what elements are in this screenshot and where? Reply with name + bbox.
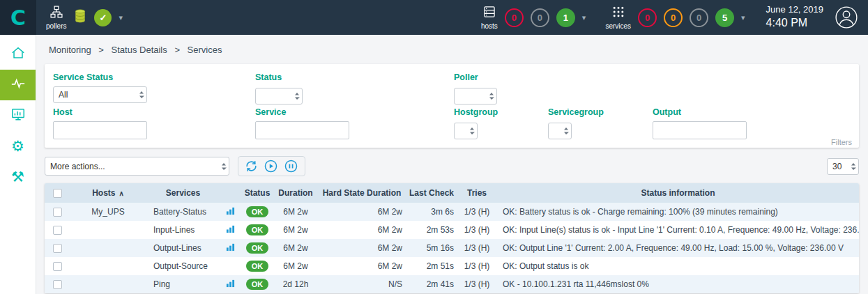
tries-cell: 1/3 (H) xyxy=(457,203,497,221)
poller-ok-status-icon: ✓ xyxy=(94,9,112,26)
service-label: Service xyxy=(255,107,454,117)
table-row: Input-Lines OK 6M 2w xyxy=(45,221,859,239)
hard-state-duration-cell: 6M 2w xyxy=(317,257,406,275)
play-button[interactable] xyxy=(264,159,278,173)
service-input[interactable] xyxy=(255,121,349,139)
column-header-status-information[interactable]: Status information xyxy=(497,183,859,203)
services-critical-counter[interactable]: 0 xyxy=(638,8,657,27)
breadcrumb-monitoring[interactable]: Monitoring xyxy=(49,45,91,55)
host-link[interactable]: My_UPS xyxy=(91,207,124,217)
select-all-checkbox[interactable] xyxy=(53,189,62,198)
breadcrumb-status-details[interactable]: Status Details xyxy=(112,45,167,55)
chevron-down-icon[interactable]: ▾ xyxy=(119,13,123,22)
page-size-value: 30 xyxy=(832,162,842,171)
poller-select[interactable] xyxy=(454,88,497,105)
select-arrows-icon xyxy=(851,162,856,171)
output-label: Output xyxy=(653,107,747,117)
pollers-label: pollers xyxy=(46,22,66,30)
date-text: June 12, 2019 xyxy=(766,4,823,16)
pollers-menu[interactable]: pollers xyxy=(46,5,66,30)
sidebar: ⚙ ⚒ xyxy=(0,35,36,294)
service-link[interactable]: Ping xyxy=(153,279,170,289)
refresh-button[interactable] xyxy=(245,160,258,173)
table-row: Output-Source OK 6M 2w xyxy=(45,257,859,275)
row-checkbox[interactable] xyxy=(53,226,62,235)
row-checkbox[interactable] xyxy=(53,262,62,271)
column-header-services[interactable]: Services xyxy=(146,183,220,203)
hosts-menu[interactable]: hosts xyxy=(481,5,498,30)
column-header-tries[interactable]: Tries xyxy=(457,183,497,203)
actions-toolbar: More actions... xyxy=(45,156,859,176)
services-unknown-counter[interactable]: 0 xyxy=(690,8,708,27)
tries-cell: 1/3 (H) xyxy=(457,257,497,275)
output-input[interactable] xyxy=(653,121,747,139)
column-header-last-check[interactable]: Last Check xyxy=(406,183,457,203)
hostgroup-select[interactable] xyxy=(454,123,478,139)
more-actions-select[interactable]: More actions... xyxy=(45,157,229,176)
select-arrows-icon xyxy=(221,162,227,171)
select-arrows-icon xyxy=(139,91,144,99)
topbar: C pollers xyxy=(0,0,868,35)
sidebar-item-reporting[interactable] xyxy=(0,100,36,131)
hosts-up-counter[interactable]: 1 xyxy=(556,8,575,27)
hosts-unreachable-counter[interactable]: 0 xyxy=(531,8,549,27)
service-link[interactable]: Battery-Status xyxy=(153,207,206,217)
select-arrows-icon xyxy=(563,127,569,135)
service-link[interactable]: Input-Lines xyxy=(153,225,195,235)
centreon-logo[interactable]: C xyxy=(0,0,36,35)
chart-board-icon xyxy=(10,107,26,125)
row-checkbox[interactable] xyxy=(53,208,62,217)
service-graph-icon[interactable] xyxy=(226,224,235,233)
check-icon: ✓ xyxy=(100,13,107,23)
services-ok-counter[interactable]: 5 xyxy=(715,8,734,27)
service-graph-icon[interactable] xyxy=(226,242,235,252)
filters-panel: Service Status All Status xyxy=(45,64,859,148)
sidebar-item-administration[interactable]: ⚒ xyxy=(0,162,36,192)
row-checkbox[interactable] xyxy=(53,244,62,253)
duration-cell: 6M 2w xyxy=(274,203,317,221)
column-header-duration[interactable]: Duration xyxy=(274,183,317,203)
select-arrows-icon xyxy=(489,92,494,100)
chevron-down-icon[interactable]: ▾ xyxy=(741,13,745,22)
column-header-hosts[interactable]: Hosts∧ xyxy=(70,183,146,203)
hostgroup-label: Hostgroup xyxy=(454,107,548,117)
pollers-icon xyxy=(50,5,63,22)
sidebar-item-home[interactable] xyxy=(0,39,36,70)
column-header-status[interactable]: Status xyxy=(241,183,274,203)
services-label: services xyxy=(605,22,631,30)
service-graph-icon[interactable] xyxy=(226,206,235,215)
services-menu[interactable]: services xyxy=(605,5,631,30)
app-window: C pollers xyxy=(0,0,868,294)
pause-button[interactable] xyxy=(284,159,298,173)
breadcrumb: Monitoring > Status Details > Services xyxy=(49,45,859,55)
status-information-cell: OK: Output status is ok xyxy=(497,257,859,275)
duration-cell: 6M 2w xyxy=(274,239,317,257)
duration-cell: 6M 2w xyxy=(274,221,317,239)
status-label: Status xyxy=(255,72,454,82)
sidebar-item-configuration[interactable]: ⚙ xyxy=(0,131,36,162)
pulse-icon xyxy=(10,76,26,95)
page-size-select[interactable]: 30 xyxy=(827,158,859,175)
service-status-select[interactable]: All xyxy=(53,86,147,103)
breadcrumb-services[interactable]: Services xyxy=(188,45,222,55)
service-graph-icon[interactable] xyxy=(226,279,235,288)
servicegroup-select[interactable] xyxy=(548,123,572,139)
sidebar-item-monitoring[interactable] xyxy=(0,70,36,100)
table-body: My_UPS Battery-Status OK xyxy=(45,203,859,293)
row-checkbox[interactable] xyxy=(53,280,62,289)
service-link[interactable]: Output-Source xyxy=(153,261,208,271)
table-row: My_UPS Battery-Status OK xyxy=(45,203,859,221)
service-status-value: All xyxy=(59,90,68,100)
hosts-down-counter[interactable]: 0 xyxy=(505,8,524,27)
host-input[interactable] xyxy=(53,121,147,139)
service-link[interactable]: Output-Lines xyxy=(153,243,201,253)
user-profile-icon[interactable] xyxy=(835,6,858,29)
status-badge: OK xyxy=(246,242,268,254)
services-warning-counter[interactable]: 0 xyxy=(664,8,683,27)
status-badge: OK xyxy=(246,224,268,235)
chevron-down-icon[interactable]: ▾ xyxy=(582,13,586,22)
status-select[interactable] xyxy=(255,88,303,105)
column-header-hard-state-duration[interactable]: Hard State Duration xyxy=(317,183,406,203)
hard-state-duration-cell: 6M 2w xyxy=(317,203,406,221)
more-actions-value: More actions... xyxy=(50,162,105,171)
